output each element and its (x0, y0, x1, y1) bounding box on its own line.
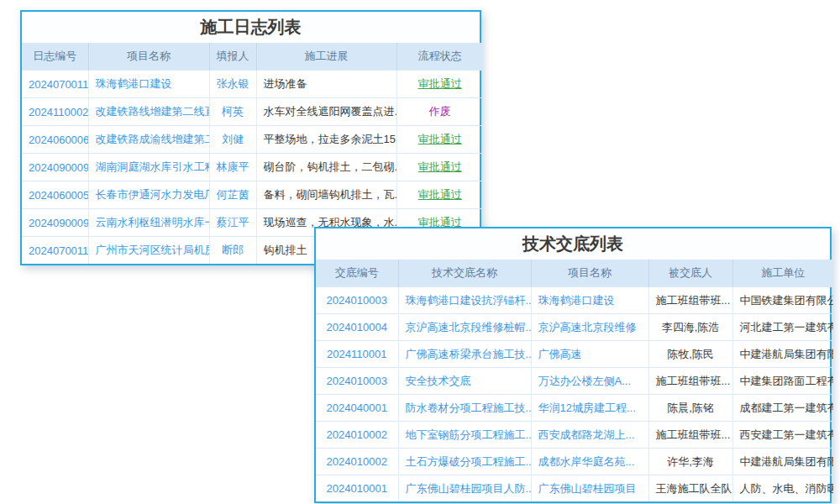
disclosure-name-link[interactable]: 安全技术交底 (398, 368, 531, 395)
disclosure-recipients-cell: 王海施工队全队 (648, 475, 732, 502)
disclosure-unit-cell: 中建港航局集团有限... (732, 449, 833, 475)
disclosure-id-link[interactable]: 2024010001 (316, 475, 398, 502)
disclosure-table-row: 2024010004 京沪高速北京段维修桩帽... 京沪高速北京段维修 李四海,… (316, 314, 833, 341)
log-status-link[interactable]: 作废 (396, 98, 483, 126)
log-project-link[interactable]: 湖南洞庭湖水库引水工程... (88, 154, 209, 181)
log-project-link[interactable]: 改建铁路线增建第二线直... (88, 98, 209, 126)
disclosure-recipients-cell: 李四海,陈浩 (648, 314, 732, 341)
disclosure-id-link[interactable]: 2024040001 (316, 395, 398, 422)
disclosure-recipients-cell: 陈晨,陈铭 (648, 395, 732, 422)
disclosure-unit-cell: 中国铁建集团有限公司 (732, 287, 833, 314)
technical-disclosure-table-card: 技术交底列表 交底编号 技术交底名称 项目名称 被交底人 施工单位 202401… (314, 227, 832, 503)
disclosure-name-link[interactable]: 珠海鹤港口建设抗浮锚杆... (398, 287, 531, 314)
disclosure-unit-cell: 河北建工第一建筑有... (732, 314, 833, 341)
disclosure-project-link[interactable]: 广佛高速 (531, 341, 648, 368)
disclosure-col-header-recipients: 被交底人 (648, 260, 732, 287)
log-project-link[interactable]: 长春市伊通河水力发电厂... (88, 181, 209, 209)
construction-log-table-title: 施工日志列表 (22, 12, 480, 43)
technical-disclosure-table-title: 技术交底列表 (316, 228, 830, 260)
log-progress-cell: 备料，砌间墙钩机排土，瓦... (256, 181, 396, 209)
log-table-row: 2024070011 珠海鹤港口建设 张永银 进场准备 审批通过 (22, 71, 483, 98)
log-progress-cell: 平整场地，拉走多余泥土15... (256, 126, 396, 154)
disclosure-id-link[interactable]: 2024010002 (316, 422, 398, 449)
technical-disclosure-table: 交底编号 技术交底名称 项目名称 被交底人 施工单位 2024010003 珠海… (316, 260, 833, 501)
disclosure-name-link[interactable]: 地下室钢筋分项工程施工... (398, 422, 531, 449)
log-status-link[interactable]: 审批通过 (396, 181, 483, 209)
log-col-header-status: 流程状态 (396, 43, 483, 71)
log-reporter-link[interactable]: 何芷茵 (209, 181, 256, 209)
log-col-header-id: 日志编号 (22, 43, 88, 71)
log-id-link[interactable]: 2024090009 (22, 154, 88, 181)
disclosure-project-link[interactable]: 京沪高速北京段维修 (531, 314, 648, 341)
disclosure-col-header-unit: 施工单位 (732, 260, 833, 287)
disclosure-recipients-cell: 施工班组带班... (648, 368, 732, 395)
log-col-header-reporter: 填报人 (209, 43, 256, 71)
disclosure-unit-cell: 成都建工第一建筑有... (732, 395, 833, 422)
disclosure-recipients-cell: 许华,李海 (648, 449, 732, 475)
disclosure-table-row: 2024010001 广东佛山碧桂园项目人防... 广东佛山碧桂园项目 王海施工… (316, 475, 833, 502)
disclosure-table-row: 2024010002 土石方爆破分项工程施工... 成都水岸华庭名苑... 许华… (316, 449, 833, 475)
disclosure-recipients-cell: 施工班组带班... (648, 422, 732, 449)
disclosure-project-link[interactable]: 万达办公楼左侧A... (531, 368, 648, 395)
log-reporter-link[interactable]: 柯英 (209, 98, 256, 126)
disclosure-name-link[interactable]: 广佛高速桥梁承台施工技... (398, 341, 531, 368)
disclosure-header-row: 交底编号 技术交底名称 项目名称 被交底人 施工单位 (316, 260, 833, 287)
disclosure-id-link[interactable]: 2024010004 (316, 314, 398, 341)
disclosure-unit-cell: 人防、水电、消防暖通 (732, 475, 833, 502)
disclosure-col-header-id: 交底编号 (316, 260, 398, 287)
disclosure-id-link[interactable]: 2024110001 (316, 341, 398, 368)
log-reporter-link[interactable]: 张永银 (209, 71, 256, 98)
disclosure-table-row: 2024010003 安全技术交底 万达办公楼左侧A... 施工班组带班... … (316, 368, 833, 395)
disclosure-recipients-cell: 施工班组带班... (648, 287, 732, 314)
log-project-link[interactable]: 珠海鹤港口建设 (88, 71, 209, 98)
disclosure-name-link[interactable]: 土石方爆破分项工程施工... (398, 449, 531, 475)
disclosure-recipients-cell: 陈牧,陈民 (648, 341, 732, 368)
log-reporter-link[interactable]: 林康平 (209, 154, 256, 181)
disclosure-name-link[interactable]: 广东佛山碧桂园项目人防... (398, 475, 531, 502)
log-progress-cell: 进场准备 (256, 71, 396, 98)
log-header-row: 日志编号 项目名称 填报人 施工进展 流程状态 (22, 43, 483, 71)
log-id-link[interactable]: 2024060005 (22, 181, 88, 209)
log-progress-cell: 水车对全线遮阳网覆盖点进... (256, 98, 396, 126)
disclosure-name-link[interactable]: 京沪高速北京段维修桩帽... (398, 314, 531, 341)
log-status-link[interactable]: 审批通过 (396, 71, 483, 98)
disclosure-table-row: 2024110001 广佛高速桥梁承台施工技... 广佛高速 陈牧,陈民 中建港… (316, 341, 833, 368)
disclosure-project-link[interactable]: 珠海鹤港口建设 (531, 287, 648, 314)
log-status-link[interactable]: 审批通过 (396, 126, 483, 154)
disclosure-name-link[interactable]: 防水卷材分项工程施工技... (398, 395, 531, 422)
log-status-link[interactable]: 审批通过 (396, 154, 483, 181)
log-reporter-link[interactable]: 断郎 (209, 237, 256, 265)
log-id-link[interactable]: 2024090009 (22, 209, 88, 237)
log-table-row: 2024110002 改建铁路线增建第二线直... 柯英 水车对全线遮阳网覆盖点… (22, 98, 483, 126)
log-project-link[interactable]: 改建铁路成渝线增建第二... (88, 126, 209, 154)
disclosure-project-link[interactable]: 广东佛山碧桂园项目 (531, 475, 648, 502)
log-progress-cell: 砌台阶，钩机排土，二包砌... (256, 154, 396, 181)
log-id-link[interactable]: 2024060006 (22, 126, 88, 154)
disclosure-project-link[interactable]: 成都水岸华庭名苑... (531, 449, 648, 475)
disclosure-unit-cell: 中建集团路面工程有... (732, 368, 833, 395)
disclosure-id-link[interactable]: 2024010003 (316, 368, 398, 395)
disclosure-unit-cell: 中建港航局集团有限... (732, 341, 833, 368)
log-project-link[interactable]: 云南水利枢纽潜明水库一... (88, 209, 209, 237)
disclosure-table-row: 2024010002 地下室钢筋分项工程施工... 西安成都路龙湖上... 施工… (316, 422, 833, 449)
disclosure-table-row: 2024010003 珠海鹤港口建设抗浮锚杆... 珠海鹤港口建设 施工班组带班… (316, 287, 833, 314)
log-id-link[interactable]: 2024070011 (22, 71, 88, 98)
disclosure-table-row: 2024040001 防水卷材分项工程施工技... 华润12城房建工程... 陈… (316, 395, 833, 422)
disclosure-project-link[interactable]: 华润12城房建工程... (531, 395, 648, 422)
log-table-row: 2024090009 湖南洞庭湖水库引水工程... 林康平 砌台阶，钩机排土，二… (22, 154, 483, 181)
log-project-link[interactable]: 广州市天河区统计局机房... (88, 237, 209, 265)
log-col-header-project: 项目名称 (88, 43, 209, 71)
log-id-link[interactable]: 2024070011 (22, 237, 88, 265)
log-reporter-link[interactable]: 蔡江平 (209, 209, 256, 237)
disclosure-col-header-name: 技术交底名称 (398, 260, 531, 287)
log-col-header-progress: 施工进展 (256, 43, 396, 71)
log-id-link[interactable]: 2024110002 (22, 98, 88, 126)
log-table-row: 2024060005 长春市伊通河水力发电厂... 何芷茵 备料，砌间墙钩机排土… (22, 181, 483, 209)
disclosure-project-link[interactable]: 西安成都路龙湖上... (531, 422, 648, 449)
disclosure-col-header-project: 项目名称 (531, 260, 648, 287)
disclosure-unit-cell: 西安建工第一建筑有... (732, 422, 833, 449)
disclosure-id-link[interactable]: 2024010003 (316, 287, 398, 314)
log-table-row: 2024060006 改建铁路成渝线增建第二... 刘健 平整场地，拉走多余泥土… (22, 126, 483, 154)
disclosure-id-link[interactable]: 2024010002 (316, 449, 398, 475)
log-reporter-link[interactable]: 刘健 (209, 126, 256, 154)
